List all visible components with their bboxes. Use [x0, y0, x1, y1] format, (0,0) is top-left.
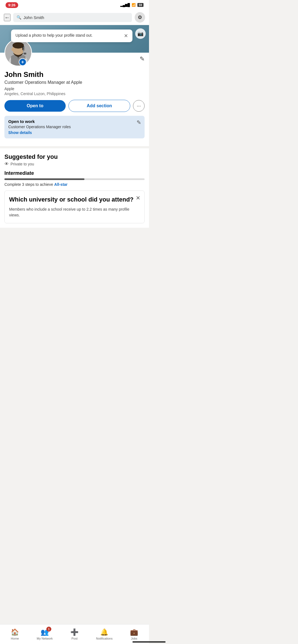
uni-desc: Members who include a school receive up … [9, 206, 140, 218]
status-time: 9:26 [6, 2, 18, 8]
avatar[interactable] [4, 39, 32, 66]
profile-edit-button[interactable]: ✎ [140, 55, 145, 63]
search-bar: ← 🔍 John Smith ⚙ [0, 10, 149, 25]
signal-icon: ▂▄▆█ [120, 3, 130, 7]
progress-fill [4, 178, 84, 180]
camera-button[interactable]: 📷 [135, 28, 146, 39]
profile-name: John Smith [4, 70, 145, 79]
suggested-section: Suggested for you 👁 Private to you Inter… [0, 148, 149, 228]
svg-rect-8 [24, 53, 26, 55]
progress-bar [4, 178, 145, 180]
private-label: Private to you [10, 162, 34, 166]
uni-title: Which university or school did you atten… [9, 196, 140, 204]
profile-company: Apple [4, 87, 145, 91]
status-bar: 9:26 ▂▄▆█ 📶 59 [0, 0, 149, 10]
status-icons: ▂▄▆█ 📶 59 [120, 3, 143, 7]
avatar-area: + ✎ [0, 39, 149, 66]
profile-title: Customer Operations Manager at Apple [4, 80, 145, 85]
add-section-button[interactable]: Add section [68, 100, 130, 112]
uni-close-button[interactable]: ✕ [136, 195, 140, 201]
private-row: 👁 Private to you [4, 162, 145, 167]
all-star-link[interactable]: All-star [54, 182, 68, 187]
toast-close-button[interactable]: ✕ [124, 33, 128, 39]
avatar-image [5, 40, 31, 66]
otw-show-details[interactable]: Show details [8, 130, 32, 135]
profile-section: Upload a photo to help your profile stan… [0, 25, 149, 146]
upload-toast-text: Upload a photo to help your profile stan… [15, 33, 92, 38]
search-query: John Smith [23, 15, 44, 20]
open-to-button[interactable]: Open to [4, 100, 66, 112]
more-options-button[interactable]: ··· [133, 100, 145, 112]
action-buttons: Open to Add section ··· [4, 100, 145, 112]
level-label: Intermediate [4, 170, 145, 176]
wifi-icon: 📶 [132, 3, 136, 7]
university-card: ✕ Which university or school did you att… [4, 190, 145, 223]
progress-text: Complete 3 steps to achieve All-star [4, 182, 145, 187]
upload-photo-toast: Upload a photo to help your profile stan… [11, 29, 132, 42]
search-input-wrapper[interactable]: 🔍 John Smith [13, 13, 132, 22]
eye-icon: 👁 [4, 162, 9, 167]
otw-role: Customer Operations Manager roles [8, 125, 134, 129]
svg-point-5 [12, 48, 14, 51]
open-to-work-banner: Open to work Customer Operations Manager… [4, 116, 145, 138]
back-button[interactable]: ← [4, 14, 10, 21]
profile-location: Angeles, Central Luzon, Philippines [4, 92, 145, 96]
avatar-add-button[interactable]: + [19, 58, 26, 66]
search-icon: 🔍 [17, 15, 21, 20]
otw-edit-button[interactable]: ✎ [137, 119, 141, 126]
profile-info: John Smith Customer Operations Manager a… [0, 69, 149, 146]
suggested-title: Suggested for you [4, 153, 145, 160]
settings-button[interactable]: ⚙ [135, 12, 145, 23]
otw-title: Open to work [8, 119, 134, 124]
svg-point-4 [12, 42, 24, 49]
battery-icon: 59 [137, 3, 143, 7]
